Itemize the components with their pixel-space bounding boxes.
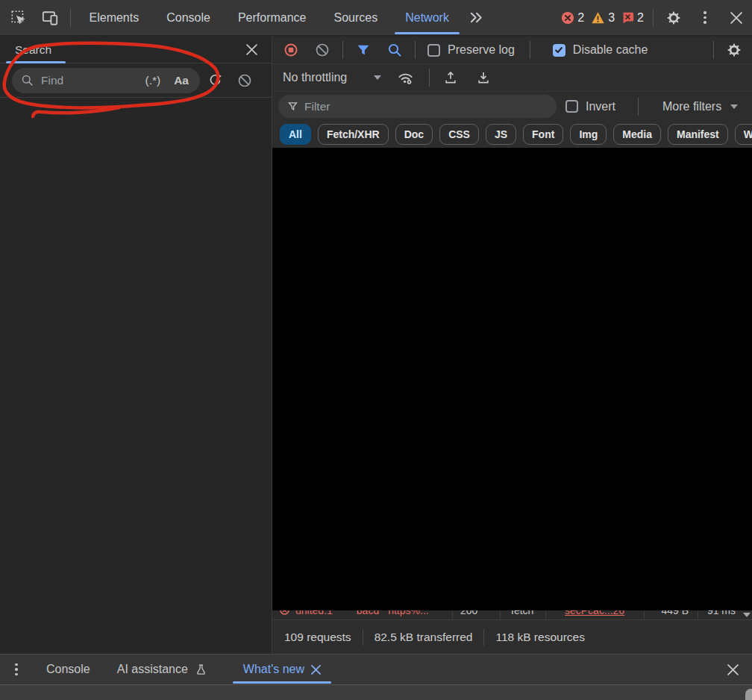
preserve-log-checkbox[interactable]: Preserve log: [427, 43, 515, 57]
panel-tabs: Elements Console Performance Sources Net…: [75, 0, 463, 35]
devtools-top-bar: Elements Console Performance Sources Net…: [0, 0, 752, 36]
resources-size: 118 kB resources: [495, 631, 584, 644]
chip-manifest[interactable]: Manifest: [668, 124, 728, 145]
network-settings-gear-icon[interactable]: [718, 39, 750, 61]
error-badge[interactable]: 2: [561, 11, 584, 25]
devtools-window: Elements Console Performance Sources Net…: [0, 0, 752, 700]
search-toolbar: Find (.*) Aa: [0, 63, 272, 98]
search-network-icon[interactable]: [379, 39, 410, 61]
filter-toggle-icon[interactable]: [348, 39, 379, 61]
issue-badges: 2 3 2: [561, 11, 644, 25]
tab-console[interactable]: Console: [153, 0, 225, 35]
request-error-icon: [280, 610, 289, 615]
drawer-tab-console[interactable]: Console: [33, 654, 104, 684]
drawer-content-strip: [0, 684, 752, 700]
divider: [483, 629, 484, 646]
warning-badge[interactable]: 3: [591, 11, 615, 25]
search-panel: Search Find (.*) Aa: [0, 37, 272, 654]
request-time: 91 ms: [707, 610, 736, 616]
throttling-dropdown-icon[interactable]: [374, 75, 381, 80]
find-placeholder: Find: [41, 74, 139, 87]
drawer-menu-icon[interactable]: [0, 663, 33, 675]
issues-badge[interactable]: 2: [621, 11, 644, 25]
close-drawer-icon[interactable]: [722, 659, 743, 680]
tab-elements[interactable]: Elements: [75, 0, 153, 35]
network-status-bar: 109 requests 82.5 kB transferred 118 kB …: [272, 619, 752, 654]
search-refresh-button[interactable]: [200, 68, 230, 93]
divider: [70, 9, 71, 27]
export-har-icon[interactable]: [467, 66, 500, 89]
chip-doc[interactable]: Doc: [395, 124, 433, 145]
close-search-panel-icon[interactable]: [242, 40, 261, 60]
scrollbar-corner-shape: [745, 689, 752, 700]
close-devtools-icon[interactable]: [721, 5, 752, 31]
chip-media[interactable]: Media: [613, 124, 661, 145]
disable-cache-checkbox[interactable]: Disable cache: [553, 43, 648, 57]
clear-network-log-button[interactable]: [307, 39, 338, 61]
divider: [713, 41, 714, 59]
error-icon: [561, 11, 574, 25]
chip-font[interactable]: Font: [523, 124, 563, 145]
warning-icon: [591, 11, 605, 25]
search-tab-underline: [6, 61, 66, 63]
network-panel: Preserve log Disable cache: [272, 37, 752, 654]
request-type-chips: All Fetch/XHR Doc CSS JS Font Img Media …: [272, 121, 752, 148]
drawer-tab-bar: Console AI assistance What's new: [0, 654, 752, 684]
network-conditions-toolbar: No throttling: [272, 64, 752, 92]
search-panel-header: Search: [0, 37, 272, 63]
throttling-select[interactable]: No throttling: [283, 71, 347, 84]
tab-network[interactable]: Network: [392, 0, 463, 35]
request-row[interactable]: united:1 bacd https%... 200 fetch secPca…: [272, 610, 752, 619]
flask-icon: [195, 663, 207, 676]
search-clear-button[interactable]: [230, 68, 260, 93]
invert-checkbox[interactable]: Invert: [565, 100, 615, 113]
close-whats-new-icon[interactable]: [311, 665, 321, 675]
record-network-log-button[interactable]: [275, 39, 307, 61]
drawer-tab-ai-assistance[interactable]: AI assistance: [104, 654, 221, 684]
funnel-icon: [287, 101, 298, 112]
chip-fetch-xhr[interactable]: Fetch/XHR: [318, 124, 389, 145]
request-type: fetch: [511, 610, 533, 616]
network-requests-area[interactable]: united:1 bacd https%... 200 fetch secPca…: [272, 148, 752, 619]
divider: [429, 69, 430, 87]
drawer-tab-whats-new[interactable]: What's new: [230, 654, 334, 684]
chip-all[interactable]: All: [280, 124, 311, 145]
search-results-area: [0, 98, 272, 653]
network-conditions-icon[interactable]: [392, 66, 419, 89]
inspect-element-icon[interactable]: [3, 5, 34, 31]
tab-performance[interactable]: Performance: [224, 0, 320, 35]
divider: [342, 41, 343, 59]
chip-img[interactable]: Img: [570, 124, 607, 145]
regex-toggle-button[interactable]: (.*): [139, 74, 168, 87]
chip-css[interactable]: CSS: [439, 124, 479, 145]
find-input[interactable]: Find (.*) Aa: [12, 68, 200, 93]
chip-js[interactable]: JS: [486, 124, 516, 145]
import-har-icon[interactable]: [434, 66, 467, 89]
filter-input[interactable]: Filter: [278, 95, 557, 118]
transferred-size: 82.5 kB transferred: [375, 631, 473, 644]
request-initiator-link[interactable]: secPcac...26: [565, 610, 624, 616]
kebab-menu-icon[interactable]: [689, 5, 721, 31]
network-main-toolbar: Preserve log Disable cache: [272, 37, 752, 64]
device-toolbar-icon[interactable]: [34, 5, 66, 31]
filter-placeholder: Filter: [304, 100, 330, 113]
request-col3: https%...: [388, 610, 428, 616]
scrollbar-down-arrow[interactable]: [742, 610, 752, 619]
divider: [415, 41, 416, 59]
divider: [638, 98, 639, 116]
request-col2: bacd: [357, 610, 379, 616]
request-size: 449 B: [661, 610, 689, 616]
more-filters-button[interactable]: More filters: [662, 100, 721, 113]
divider: [653, 9, 654, 27]
search-panel-title: Search: [15, 43, 51, 57]
chip-ws[interactable]: WS: [735, 124, 752, 145]
network-filter-bar: Filter Invert More filters: [272, 92, 752, 121]
settings-gear-icon[interactable]: [658, 5, 689, 31]
search-icon: [21, 74, 34, 87]
more-tabs-icon[interactable]: [463, 5, 489, 31]
requests-count: 109 requests: [284, 631, 351, 644]
match-case-toggle-button[interactable]: Aa: [167, 74, 195, 87]
divider: [530, 41, 530, 59]
tab-sources[interactable]: Sources: [320, 0, 392, 35]
issues-icon: [621, 11, 634, 24]
